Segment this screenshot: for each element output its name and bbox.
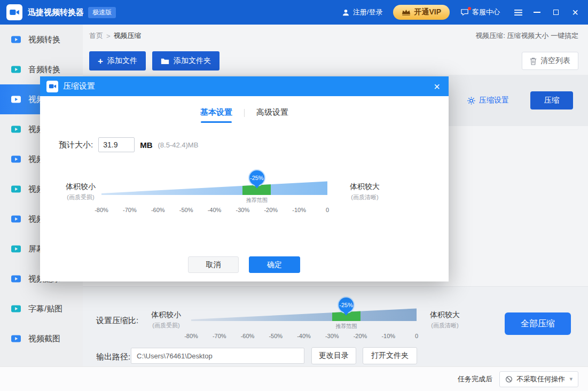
maximize-button[interactable] [551,7,561,18]
video-bgm-icon [11,273,21,284]
notification-dot [468,7,471,10]
tick-label: -50% [269,333,283,339]
sidebar-item-label: 音频转换 [28,65,60,75]
compress-button[interactable]: 压缩 [530,91,573,110]
quality-clear-label: (画质清晰) [344,193,385,201]
tick-label: -70% [123,207,137,213]
tick-label: 0 [415,333,418,339]
vip-label: 开通VIP [414,7,441,17]
pin-value: -25% [339,302,353,308]
sidebar-item-subtitle-sticker[interactable]: 字幕/贴图 [0,294,83,324]
estimated-size-input[interactable] [98,137,135,152]
smaller-size-label: 体积较小 [60,182,101,192]
video-reverse-icon [11,184,21,194]
breadcrumb-home[interactable]: 首页 [89,31,103,41]
tab-separator [244,109,245,117]
menu-icon[interactable] [514,9,523,16]
add-folder-button[interactable]: 添加文件夹 [152,51,219,71]
ratio-label: 设置压缩比: [96,316,138,326]
size-range-hint: (8.5-42.4)MB [158,141,199,149]
tick-label: -40% [208,207,222,213]
confirm-button[interactable]: 确定 [249,256,300,273]
tab-basic-settings[interactable]: 基本设置 [200,107,232,123]
compress-settings-label: 压缩设置 [479,96,509,105]
close-button[interactable]: × [570,7,581,18]
tick-label: -20% [264,207,278,213]
slider-track-base [101,181,327,195]
sidebar-item-video-screenshot[interactable]: 视频截图 [0,324,83,354]
change-dir-button[interactable]: 更改目录 [311,347,356,364]
add-file-button[interactable]: + 添加文件 [89,51,146,71]
clear-list-button[interactable]: 清空列表 [522,52,578,70]
tick-label: -80% [184,333,198,339]
breadcrumb-row: 首页 > 视频压缩 视频压缩: 压缩视频大小 一键搞定 [83,25,588,47]
app-title: 迅捷视频转换器 [28,7,84,18]
tick-label: -30% [325,333,339,339]
dialog-app-icon [46,81,58,92]
tick-label: -20% [354,333,367,339]
clear-list-label: 清空列表 [540,56,570,66]
compress-all-button[interactable]: 全部压缩 [505,312,571,335]
dialog-tabs: 基本设置 高级设置 [40,107,449,123]
login-button[interactable]: 注册/登录 [342,7,383,17]
subtitle-sticker-icon [11,303,21,314]
login-label: 注册/登录 [353,7,383,17]
service-button[interactable]: 客服中心 [460,7,500,17]
size-unit-label: MB [140,140,152,150]
tab-advanced-settings[interactable]: 高级设置 [256,107,288,123]
sidebar-item-label: 视频截图 [28,334,60,344]
audio-convert-icon [11,64,21,75]
output-path-input[interactable] [131,348,304,364]
chevron-down-icon: ▾ [569,376,573,382]
gear-icon [467,96,476,105]
compress-settings-dialog: 压缩设置 × 基本设置 高级设置 预计大小: MB (8.5-42.4)MB 体… [40,76,449,281]
video-watermark-icon [11,214,21,224]
bottom-settings-panel: 设置压缩比: 体积较小 (画质受损) -25% 推荐范围 -80%-70%-60… [83,286,588,366]
tick-label: -30% [236,207,250,213]
bigger-size-label: 体积较大 [430,310,460,320]
breadcrumb-current: 视频压缩 [114,31,142,41]
bigger-size-label: 体积较大 [344,182,385,192]
breadcrumb: 首页 > 视频压缩 [89,31,142,41]
app-logo-icon [6,4,22,20]
dialog-title: 压缩设置 [63,81,95,91]
no-action-icon [505,376,513,383]
sidebar-item-label: 字幕/贴图 [28,304,62,314]
slider-right-label: 体积较大 (画质清晰) [344,182,385,201]
tick-label: -10% [292,207,306,213]
after-task-label: 任务完成后 [458,374,492,384]
cancel-button[interactable]: 取消 [188,256,239,273]
after-task-dropdown[interactable]: 不采取任何操作 ▾ [499,371,578,387]
open-folder-button[interactable]: 打开文件夹 [363,347,417,364]
tick-label: -70% [213,333,226,339]
slider-pin[interactable]: -25% [248,169,265,186]
slider-pin[interactable]: -25% [338,296,355,314]
video-convert-icon [11,34,21,45]
titlebar: 迅捷视频转换器 极速版 注册/登录 开通VIP 客服中心 × [0,0,588,25]
compression-slider[interactable]: -25% 推荐范围 -80%-70%-60%-50%-40%-30%-20%-1… [101,181,327,195]
quality-loss-label: (画质受损) [151,322,181,330]
plus-icon: + [98,57,103,66]
pin-value: -25% [250,175,264,181]
titlebar-right: 注册/登录 开通VIP 客服中心 × [342,5,581,20]
user-icon [342,9,350,17]
vip-button[interactable]: 开通VIP [393,5,450,20]
dialog-close-icon[interactable]: × [432,80,442,93]
compression-slider[interactable]: -25% 推荐范围 -80%-70%-60%-50%-40%-30%-20%-1… [191,308,417,321]
quality-clear-label: (画质清晰) [430,322,460,330]
tick-label: -80% [95,207,108,213]
compress-settings-link[interactable]: 压缩设置 [467,96,509,105]
slider-track [101,181,327,195]
output-path-label: 输出路径: [96,352,130,362]
video-split-icon [11,124,21,135]
tick-label: 0 [326,207,329,213]
sidebar-item-video-convert[interactable]: 视频转换 [0,25,83,54]
slider-left-label: 体积较小 (画质受损) [151,310,181,330]
statusbar: 任务完成后 不采取任何操作 ▾ [0,366,588,391]
tick-label: -60% [151,207,165,213]
dialog-header: 压缩设置 × [40,76,449,96]
tick-label: -40% [297,333,311,339]
minimize-button[interactable] [531,7,542,18]
slider-track-base [191,308,417,321]
slider-track [191,308,417,321]
